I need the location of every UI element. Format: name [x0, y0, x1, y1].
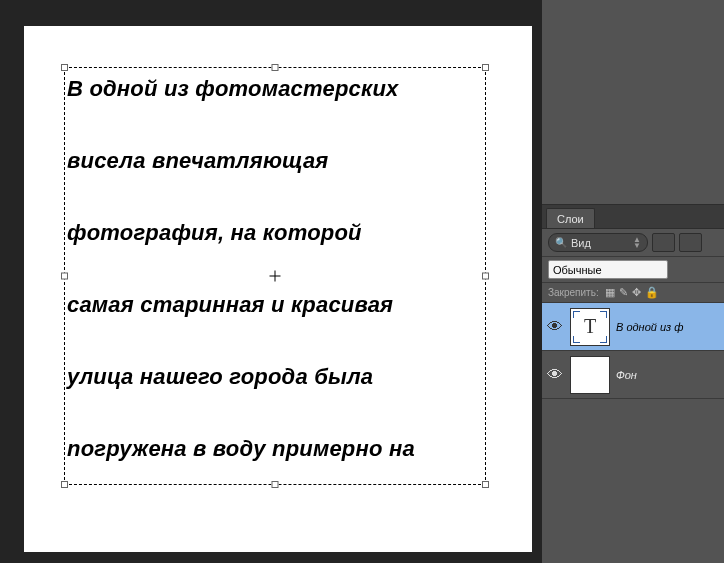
- tab-layers[interactable]: Слои: [546, 208, 595, 228]
- filter-type-adjustment-button[interactable]: [679, 233, 702, 252]
- transform-handle-middle-right[interactable]: [482, 273, 489, 280]
- panel-tabs: Слои: [542, 205, 724, 229]
- transform-handle-top-middle[interactable]: [272, 64, 279, 71]
- transform-bounding-box[interactable]: [64, 67, 486, 485]
- layers-list: 👁 T В одной из ф 👁 Фон: [542, 303, 724, 399]
- filter-type-pixel-button[interactable]: [652, 233, 675, 252]
- eye-icon: 👁: [547, 366, 563, 384]
- transform-handle-bottom-left[interactable]: [61, 481, 68, 488]
- transform-center-point[interactable]: [270, 271, 281, 282]
- layer-row[interactable]: 👁 T В одной из ф: [542, 303, 724, 351]
- lock-all-icon[interactable]: 🔒: [645, 286, 659, 299]
- transform-handle-top-left[interactable]: [61, 64, 68, 71]
- layer-thumbnail[interactable]: T: [570, 308, 610, 346]
- layer-name[interactable]: Фон: [616, 369, 637, 381]
- layer-filter-row: 🔍 Вид ▲▼: [542, 229, 724, 257]
- transform-handle-middle-left[interactable]: [61, 273, 68, 280]
- layer-row[interactable]: 👁 Фон: [542, 351, 724, 399]
- blend-mode-select[interactable]: Обычные: [548, 260, 668, 279]
- lock-move-icon[interactable]: ✥: [632, 286, 641, 299]
- visibility-toggle[interactable]: 👁: [546, 366, 564, 384]
- chevron-updown-icon: ▲▼: [633, 237, 641, 249]
- lock-label: Закрепить:: [548, 287, 599, 298]
- eye-icon: 👁: [547, 318, 563, 336]
- transform-handle-bottom-middle[interactable]: [272, 481, 279, 488]
- transform-handle-top-right[interactable]: [482, 64, 489, 71]
- canvas[interactable]: В одной из фотомастерских висела впечатл…: [24, 26, 532, 552]
- text-layer-icon: T: [584, 315, 596, 338]
- lock-brush-icon[interactable]: ✎: [619, 286, 628, 299]
- layer-filter-select[interactable]: 🔍 Вид ▲▼: [548, 233, 648, 252]
- lock-row: Закрепить: ▦ ✎ ✥ 🔒: [542, 283, 724, 303]
- visibility-toggle[interactable]: 👁: [546, 318, 564, 336]
- blend-mode-value: Обычные: [553, 264, 602, 276]
- search-icon: 🔍: [555, 237, 567, 248]
- layers-panel: Слои 🔍 Вид ▲▼ Обычные Закрепить: ▦ ✎ ✥ 🔒: [542, 204, 724, 399]
- layer-thumbnail[interactable]: [570, 356, 610, 394]
- blend-mode-row: Обычные: [542, 257, 724, 283]
- transform-handle-bottom-right[interactable]: [482, 481, 489, 488]
- right-panel-area: Слои 🔍 Вид ▲▼ Обычные Закрепить: ▦ ✎ ✥ 🔒: [542, 0, 724, 563]
- workspace: В одной из фотомастерских висела впечатл…: [0, 0, 542, 563]
- layer-name[interactable]: В одной из ф: [616, 321, 683, 333]
- layer-filter-label: Вид: [571, 237, 591, 249]
- lock-transparency-icon[interactable]: ▦: [605, 286, 615, 299]
